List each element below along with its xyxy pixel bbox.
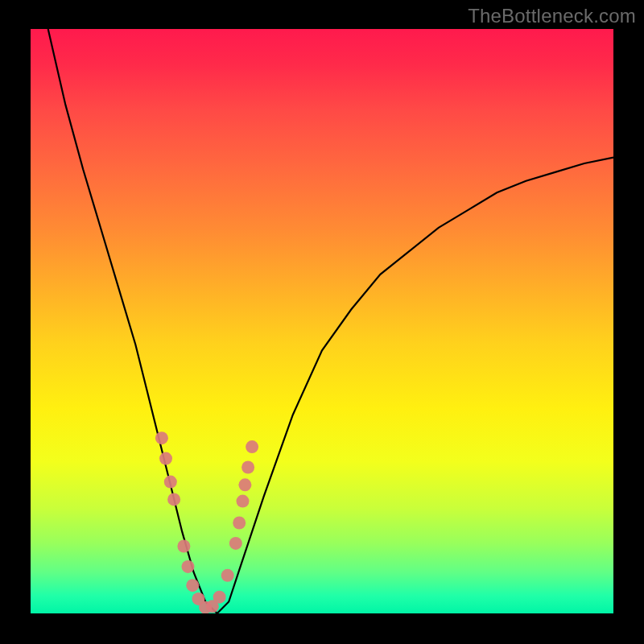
data-point (159, 452, 172, 465)
chart-frame: TheBottleneck.com (0, 0, 644, 644)
data-point (238, 478, 251, 491)
plot-area (31, 29, 613, 613)
data-point (242, 461, 254, 474)
watermark-text: TheBottleneck.com (468, 5, 636, 27)
data-point-markers (155, 431, 258, 613)
data-point (167, 493, 180, 506)
data-point (177, 540, 190, 553)
bottleneck-curve (31, 29, 613, 613)
data-point (186, 579, 199, 592)
data-point (221, 569, 234, 582)
data-point (164, 476, 177, 489)
data-point (237, 495, 250, 508)
data-point (246, 440, 258, 453)
data-point (213, 591, 226, 604)
data-point (229, 537, 242, 550)
data-point (233, 517, 246, 530)
data-point (155, 431, 168, 444)
data-point (182, 560, 195, 573)
